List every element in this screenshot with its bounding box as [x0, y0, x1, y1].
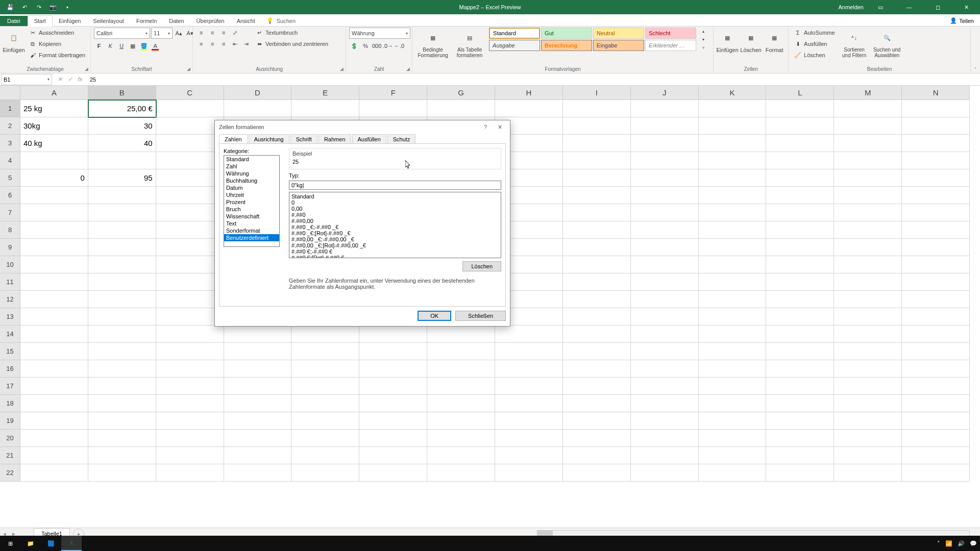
cell[interactable]	[427, 395, 495, 412]
category-item[interactable]: Währung	[224, 170, 279, 177]
dialog-tab-schrift[interactable]: Schrift	[290, 134, 317, 144]
cell[interactable]	[563, 430, 631, 447]
cell[interactable]	[834, 395, 902, 412]
row-header[interactable]: 15	[0, 343, 20, 360]
cell[interactable]	[495, 395, 563, 412]
category-item[interactable]: Datum	[224, 184, 279, 191]
cell[interactable]	[20, 187, 88, 204]
cell[interactable]: 25,00 €	[88, 100, 156, 117]
cell[interactable]	[631, 378, 699, 395]
category-item[interactable]: Sonderformat	[224, 227, 279, 234]
cell[interactable]	[156, 239, 224, 256]
cell[interactable]	[88, 273, 156, 291]
cell[interactable]	[631, 412, 699, 430]
delete-format-button[interactable]: Löschen	[462, 261, 501, 271]
row-header[interactable]: 20	[0, 430, 20, 447]
category-item[interactable]: Zahl	[224, 163, 279, 170]
cell[interactable]	[699, 343, 767, 360]
cell[interactable]	[563, 308, 631, 325]
column-header[interactable]: J	[631, 86, 699, 100]
format-item[interactable]: #.##0 _€;-#.##0 _€	[290, 224, 500, 230]
cell[interactable]	[766, 325, 834, 343]
cell[interactable]	[291, 447, 359, 464]
cell[interactable]	[563, 117, 631, 135]
cell[interactable]	[563, 152, 631, 169]
cell[interactable]	[156, 343, 224, 360]
cell[interactable]	[834, 117, 902, 135]
cell[interactable]	[699, 325, 767, 343]
cell[interactable]	[631, 135, 699, 152]
cell[interactable]	[224, 447, 292, 464]
cell[interactable]	[156, 169, 224, 187]
cell[interactable]	[699, 204, 767, 221]
cell[interactable]	[20, 256, 88, 273]
cell[interactable]	[156, 360, 224, 378]
cell[interactable]	[20, 447, 88, 464]
cell[interactable]	[631, 291, 699, 308]
copy-button[interactable]: ⧉Kopieren	[27, 39, 87, 49]
cell[interactable]	[902, 204, 970, 221]
paste-button[interactable]: 📋 Einfügen	[3, 28, 24, 53]
cell[interactable]	[359, 378, 427, 395]
cell[interactable]	[20, 221, 88, 239]
find-select-button[interactable]: 🔍Suchen und Auswählen	[872, 28, 902, 58]
cell[interactable]	[563, 360, 631, 378]
font-launcher-icon[interactable]: ◢	[185, 66, 191, 72]
cell[interactable]	[156, 291, 224, 308]
cell[interactable]: 40	[88, 135, 156, 152]
close-icon[interactable]: ✕	[954, 0, 978, 14]
border-button[interactable]: ▦	[128, 41, 138, 51]
cell[interactable]	[766, 256, 834, 273]
cell[interactable]	[156, 430, 224, 447]
column-header[interactable]: A	[20, 86, 88, 100]
excel-taskbar-icon[interactable]: X	[61, 536, 82, 551]
cell[interactable]	[20, 343, 88, 360]
cell[interactable]	[766, 360, 834, 378]
cell[interactable]	[20, 308, 88, 325]
cell[interactable]	[291, 412, 359, 430]
collapse-ribbon-icon[interactable]: ˆ	[971, 27, 980, 73]
cell[interactable]	[631, 464, 699, 482]
format-item[interactable]: #.##0	[290, 212, 500, 218]
cell[interactable]	[902, 291, 970, 308]
cell[interactable]	[631, 187, 699, 204]
conditional-format-button[interactable]: ▦Bedingte Formatierung	[415, 28, 450, 58]
align-left-icon[interactable]: ≡	[196, 39, 206, 49]
row-header[interactable]: 16	[0, 360, 20, 378]
cell[interactable]	[495, 464, 563, 482]
cell[interactable]	[563, 378, 631, 395]
cell[interactable]	[359, 395, 427, 412]
style-neutral[interactable]: Neutral	[593, 28, 644, 39]
cell[interactable]	[156, 204, 224, 221]
cell[interactable]	[88, 412, 156, 430]
italic-button[interactable]: K	[105, 41, 115, 51]
number-format-combo[interactable]: Währung▾	[349, 28, 410, 39]
dialog-tab-zahlen[interactable]: Zahlen	[219, 134, 248, 144]
cell[interactable]	[291, 343, 359, 360]
cell[interactable]	[834, 221, 902, 239]
name-box[interactable]: B1▾	[1, 74, 52, 85]
cell[interactable]	[834, 239, 902, 256]
cell[interactable]	[563, 100, 631, 117]
cell[interactable]	[902, 430, 970, 447]
format-item[interactable]: #.##0,00	[290, 218, 500, 224]
cell[interactable]	[88, 256, 156, 273]
cell[interactable]	[699, 239, 767, 256]
cell[interactable]	[902, 360, 970, 378]
cell[interactable]	[902, 152, 970, 169]
cell[interactable]	[563, 135, 631, 152]
cell[interactable]	[88, 325, 156, 343]
cell[interactable]	[156, 135, 224, 152]
cell[interactable]	[20, 378, 88, 395]
cell[interactable]	[20, 325, 88, 343]
cell[interactable]	[88, 395, 156, 412]
cell[interactable]	[427, 100, 495, 117]
cell[interactable]	[766, 204, 834, 221]
cell[interactable]	[427, 430, 495, 447]
styles-more-icon[interactable]: ▿	[698, 44, 708, 51]
cell[interactable]	[834, 204, 902, 221]
cell[interactable]	[156, 395, 224, 412]
dialog-tab-ausfuellen[interactable]: Ausfüllen	[352, 134, 386, 144]
signin-link[interactable]: Anmelden	[838, 4, 864, 10]
format-item[interactable]: #.##0,00 _€;-#.##0,00 _€	[290, 236, 500, 242]
